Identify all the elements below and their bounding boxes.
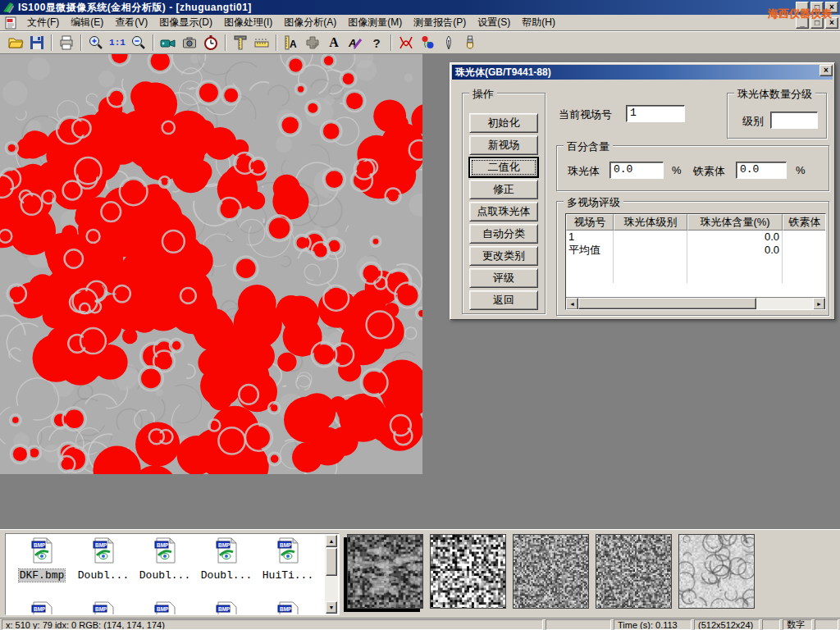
thumbnail-4[interactable]: [596, 534, 672, 609]
save-icon[interactable]: [26, 33, 48, 52]
thumbnail-2[interactable]: [430, 534, 506, 609]
file-item-partial[interactable]: BMP: [74, 601, 133, 615]
dialog-title-bar[interactable]: 珠光体(GB/T9441-88): [452, 65, 833, 80]
file-item-partial[interactable]: BMP: [12, 601, 71, 615]
dialog-close-button[interactable]: ×: [819, 65, 833, 76]
pearlite-value-input[interactable]: 0.0: [609, 162, 664, 179]
menu-image-display[interactable]: 图像显示(D): [153, 14, 218, 31]
timer-icon[interactable]: [200, 33, 221, 52]
file-name[interactable]: HuiTi...: [262, 569, 314, 582]
file-name[interactable]: Doubl...: [77, 569, 130, 582]
file-item[interactable]: BMP Doubl...: [135, 537, 194, 582]
text-icon[interactable]: A: [323, 33, 345, 52]
file-item[interactable]: BMP DKF.bmp: [12, 537, 71, 582]
menu-image-analysis[interactable]: 图像分析(A): [278, 14, 342, 31]
init-button[interactable]: 初始化: [469, 113, 538, 133]
image-size-status: (512x512x24): [694, 619, 760, 630]
menu-image-measure[interactable]: 图像测量(M): [342, 14, 408, 31]
color-markers-icon[interactable]: [417, 33, 438, 52]
pick-pearlite-button[interactable]: 点取珠光体: [469, 202, 538, 221]
thumbnail-1[interactable]: [347, 534, 423, 609]
zoom-out-icon[interactable]: [128, 33, 149, 52]
svg-text:BMP: BMP: [157, 542, 169, 548]
micrograph-image[interactable]: [0, 54, 422, 474]
bmp-file-icon: BMP: [276, 601, 299, 615]
file-name[interactable]: DKF.bmp: [19, 569, 66, 582]
file-browser-vscrollbar[interactable]: ▲ ▼: [325, 535, 338, 614]
print-icon[interactable]: [56, 33, 77, 52]
pearlite-unit: %: [672, 164, 682, 176]
toolbar-separator: [276, 34, 277, 51]
table-row[interactable]: 平均值 0.0: [566, 244, 825, 257]
thumbnail-5[interactable]: [678, 534, 755, 609]
pen-icon[interactable]: [438, 33, 459, 52]
file-name[interactable]: Doubl...: [200, 569, 253, 582]
open-file-icon[interactable]: [5, 33, 26, 52]
menu-file[interactable]: 文件(F): [21, 14, 65, 31]
annotate-icon[interactable]: A: [345, 33, 366, 52]
scroll-down-button[interactable]: ▼: [326, 601, 337, 614]
file-item[interactable]: BMP HuiTi...: [258, 537, 317, 582]
file-item[interactable]: BMP Doubl...: [74, 537, 133, 582]
cell-level: [614, 231, 687, 244]
menu-view[interactable]: 查看(V): [109, 14, 153, 31]
ferrite-value-input[interactable]: 0.0: [736, 162, 787, 179]
binarize-button[interactable]: 二值化: [469, 158, 538, 177]
menu-edit[interactable]: 编辑(E): [65, 14, 109, 31]
col-field[interactable]: 视场号: [566, 214, 614, 231]
grading-group: 珠光体数量分级 级别: [727, 93, 827, 139]
col-level[interactable]: 珠光体级别: [614, 214, 687, 231]
toolbar-separator: [80, 34, 82, 51]
scroll-track[interactable]: [578, 298, 813, 309]
file-item-partial[interactable]: BMP: [135, 601, 194, 615]
scroll-thumb[interactable]: [326, 548, 337, 576]
multifield-table: 视场号 珠光体级别 珠光体含量(%) 铁素体 1 0.0 平均值 0.0: [565, 213, 826, 310]
level-input[interactable]: [770, 112, 818, 129]
grade-button[interactable]: 评级: [469, 268, 538, 288]
file-item[interactable]: BMP Doubl...: [197, 537, 256, 582]
menu-measure-report[interactable]: 测量报告(P): [408, 14, 472, 31]
file-item-partial[interactable]: BMP: [258, 601, 317, 615]
scroll-right-button[interactable]: ►: [813, 298, 825, 310]
table-row-empty: [566, 270, 825, 283]
correct-button[interactable]: 修正: [469, 180, 538, 199]
grid-cross-icon[interactable]: [302, 33, 323, 52]
cell-field: 1: [566, 231, 614, 244]
video-camera-icon[interactable]: [158, 33, 179, 52]
scroll-up-button[interactable]: ▲: [326, 535, 337, 547]
brush-icon[interactable]: [459, 33, 481, 52]
scroll-left-button[interactable]: ◄: [566, 298, 578, 310]
cell-level: [614, 244, 687, 257]
col-ferrite[interactable]: 铁素体: [783, 214, 826, 231]
thumbnail-3[interactable]: [513, 534, 589, 609]
actual-size-icon[interactable]: 1:1: [107, 33, 128, 52]
caliper-vertical-icon[interactable]: [230, 33, 251, 52]
pearlite-label: 珠光体: [568, 164, 600, 179]
svg-text:BMP: BMP: [157, 606, 169, 612]
return-button[interactable]: 返回: [469, 290, 538, 310]
photo-camera-icon[interactable]: [179, 33, 200, 52]
menu-settings[interactable]: 设置(S): [472, 14, 516, 31]
table-row[interactable]: 1 0.0: [566, 231, 825, 244]
table-hscrollbar[interactable]: ◄ ►: [566, 297, 825, 309]
auto-classify-button[interactable]: 自动分类: [469, 224, 538, 244]
ruler-horizontal-icon[interactable]: [251, 33, 272, 52]
menu-help[interactable]: 帮助(H): [516, 14, 561, 31]
curve-tool-icon[interactable]: [395, 33, 417, 52]
bmp-file-icon: BMP: [215, 601, 238, 615]
bmp-file-icon: BMP: [153, 601, 176, 615]
col-pearlite[interactable]: 珠光体含量(%): [687, 214, 783, 231]
change-class-button[interactable]: 更改类别: [469, 246, 538, 266]
file-item-partial[interactable]: BMP: [197, 601, 256, 615]
file-name[interactable]: Doubl...: [139, 569, 191, 582]
ferrite-unit: %: [796, 164, 806, 176]
help-icon[interactable]: ?: [366, 33, 387, 52]
scroll-thumb[interactable]: [578, 298, 756, 309]
zoom-in-icon[interactable]: [85, 33, 107, 52]
new-field-button[interactable]: 新视场: [469, 135, 538, 155]
current-field-input[interactable]: 1: [626, 105, 685, 122]
time-status: Time (s): 0.113: [614, 619, 692, 630]
current-field-label: 当前视场号: [559, 107, 612, 122]
menu-image-processing[interactable]: 图像处理(I): [218, 14, 278, 31]
measure-text-icon[interactable]: A: [281, 33, 302, 52]
